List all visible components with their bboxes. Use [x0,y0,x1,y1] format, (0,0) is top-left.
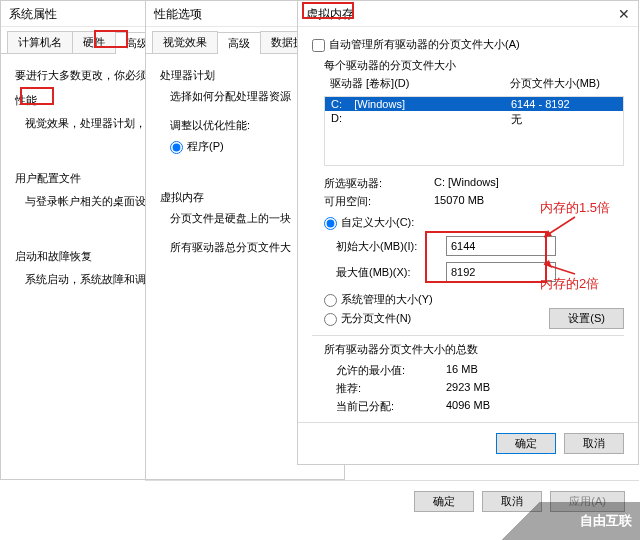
initial-size-input[interactable] [446,236,556,256]
drive-list[interactable]: C: [Windows] 6144 - 8192 D: 无 [324,96,624,166]
radio-custom-size[interactable]: 自定义大小(C): [324,216,414,228]
avail-value: 15070 MB [434,194,484,209]
seldrive-label: 所选驱动器: [324,176,434,191]
tab-visual[interactable]: 视觉效果 [152,31,218,53]
avail-label: 可用空间: [324,194,434,209]
col-size: 分页文件大小(MB) [510,76,600,91]
vm-buttons: 确定 取消 [298,422,638,464]
each-drive-title: 每个驱动器的分页文件大小 [324,58,624,73]
min-value: 16 MB [446,363,478,378]
tab-computer-name[interactable]: 计算机名 [7,31,73,53]
drive-row-c[interactable]: C: [Windows] 6144 - 8192 [325,97,623,111]
radio-system-managed[interactable]: 系统管理的大小(Y) [324,293,433,305]
close-icon[interactable]: ✕ [618,1,630,26]
drive-row-d[interactable]: D: 无 [325,111,623,128]
min-label: 允许的最小值: [336,363,446,378]
parent-ok-button[interactable]: 确定 [414,491,474,512]
virtual-memory-dialog: 虚拟内存 ✕ 自动管理所有驱动器的分页文件大小(A) 每个驱动器的分页文件大小 … [297,0,639,465]
tab-perfadv[interactable]: 高级 [217,32,261,54]
auto-manage-checkbox[interactable]: 自动管理所有驱动器的分页文件大小(A) [312,38,520,50]
cur-value: 4096 MB [446,399,490,414]
rec-label: 推荐: [336,381,446,396]
col-drive: 驱动器 [卷标](D) [330,76,510,91]
radio-programs[interactable]: 程序(P) [170,140,224,152]
totals-title: 所有驱动器分页文件大小的总数 [324,342,624,357]
seldrive-value: C: [Windows] [434,176,499,191]
vm-titlebar: 虚拟内存 ✕ [298,1,638,27]
radio-no-paging[interactable]: 无分页文件(N) [324,312,411,324]
perfopts-title: 性能选项 [154,1,202,26]
max-label: 最大值(MB)(X): [336,265,446,280]
set-button[interactable]: 设置(S) [549,308,624,329]
sysprops-title: 系统属性 [9,1,57,26]
vm-ok-button[interactable]: 确定 [496,433,556,454]
tab-hardware[interactable]: 硬件 [72,31,116,53]
initial-label: 初始大小(MB)(I): [336,239,446,254]
cur-label: 当前已分配: [336,399,446,414]
watermark: 自由互联 [480,502,640,540]
rec-value: 2923 MB [446,381,490,396]
vm-title: 虚拟内存 [306,1,354,26]
max-size-input[interactable] [446,262,556,282]
vm-cancel-button[interactable]: 取消 [564,433,624,454]
